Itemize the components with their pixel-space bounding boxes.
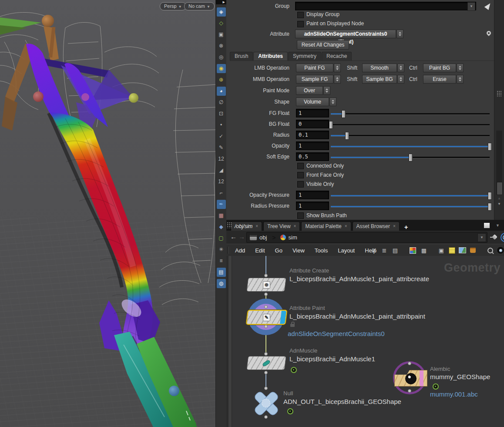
show-normals-icon[interactable]: ✓ — [217, 132, 226, 141]
close-icon[interactable]: × — [255, 222, 258, 231]
breadcrumb[interactable]: obj > sim ▼ — [246, 232, 487, 243]
scene-viewport[interactable]: Persp▼ No cam▼ — [0, 0, 215, 427]
select-arrow-icon[interactable] — [484, 2, 493, 10]
value-input[interactable]: 1 — [296, 109, 329, 118]
scroll-down-button[interactable]: ▼ — [496, 202, 502, 207]
spinner-icon[interactable] — [396, 30, 403, 38]
point-numbers-icon[interactable]: 12 — [217, 155, 226, 164]
tabbar-drag-handle[interactable] — [227, 222, 232, 228]
secure-selection-icon[interactable]: ▣ — [217, 30, 226, 39]
attribute-dropdown[interactable]: adnSlideOnSegmentConstraints0 (Float) — [295, 30, 403, 38]
value-input[interactable]: 0.1 — [296, 131, 329, 139]
value-input[interactable]: 1 — [296, 141, 329, 150]
back-button[interactable]: ← — [230, 233, 237, 240]
value-input[interactable]: 1 — [296, 191, 329, 199]
pane-expand-arrow-icon[interactable]: ▶ — [216, 0, 226, 4]
value-input[interactable]: 1 — [296, 202, 329, 210]
asset-basket-icon[interactable] — [468, 246, 477, 255]
pane-drag-handle[interactable] — [497, 91, 502, 97]
lmb-shift-dropdown[interactable]: Smooth — [362, 64, 404, 72]
lmb-operation-dropdown[interactable]: Paint FG — [296, 64, 341, 72]
node-input-dot[interactable] — [408, 362, 411, 365]
location-pin-icon[interactable] — [486, 30, 492, 36]
close-icon[interactable]: × — [294, 222, 296, 231]
isolate-objects-icon[interactable]: ⊡ — [217, 109, 226, 118]
option-checkbox[interactable] — [297, 172, 304, 178]
slider-handle[interactable] — [409, 154, 413, 161]
show-brush-path-checkbox[interactable] — [297, 212, 304, 219]
slider-track[interactable] — [331, 206, 490, 207]
perspective-view-menu[interactable]: Persp▼ — [160, 2, 186, 10]
alembic-file-link[interactable]: mummy.001.abc — [430, 390, 478, 398]
camera-select-menu[interactable]: No cam▼ — [184, 2, 215, 10]
slider-track[interactable] — [331, 124, 490, 125]
mmb-ctrl-dropdown[interactable]: Erase — [423, 75, 464, 84]
color-palette-icon[interactable] — [408, 246, 417, 255]
display-flag[interactable] — [280, 311, 286, 324]
network-editor[interactable]: Geometry ⊕ Attribute Create L_bicepsBrac… — [226, 256, 504, 427]
thumbnail-grid-icon[interactable]: ▩ — [420, 246, 428, 255]
node-name-label[interactable]: L_bicepsBrachii_AdnMuscle1_paint_attribp… — [289, 313, 425, 320]
pane-maximize-icon[interactable] — [484, 223, 490, 228]
breadcrumb-obj[interactable]: obj — [259, 234, 267, 241]
new-tab-button[interactable]: + — [403, 223, 410, 231]
pin-path-icon[interactable] — [490, 235, 497, 239]
forward-button[interactable]: → — [239, 233, 245, 240]
background-image-icon[interactable] — [458, 246, 467, 255]
ghost-other-objects-icon[interactable]: ∅ — [217, 98, 226, 107]
slider-track[interactable] — [331, 135, 490, 136]
sticky-note-icon[interactable] — [447, 246, 456, 255]
close-icon[interactable]: × — [345, 222, 347, 231]
view-camera-icon[interactable]: ◎ — [217, 53, 226, 62]
slider-track[interactable] — [331, 195, 490, 196]
attribute-link[interactable]: adnSlideOnSegmentConstraints0 — [288, 330, 385, 337]
lmb-ctrl-dropdown[interactable]: Paint BG — [423, 64, 464, 72]
time-dependent-badge[interactable] — [433, 383, 439, 390]
node-output-dot[interactable] — [264, 293, 268, 296]
visibility-eye-icon[interactable] — [496, 246, 504, 255]
location-marker-icon[interactable]: ◍ — [217, 279, 226, 288]
image-plane-icon[interactable]: ▤ — [217, 268, 226, 277]
reset-all-changes-button[interactable]: Reset All Changes — [297, 40, 349, 50]
point-markers-icon[interactable]: ◢ — [217, 166, 226, 175]
view-tool-icon[interactable]: ◈ — [217, 7, 226, 17]
scrollbar-thumb[interactable] — [497, 182, 503, 195]
paint-on-displayed-checkbox[interactable] — [297, 21, 304, 27]
shape-dropdown[interactable]: Volume — [296, 98, 336, 106]
prim-hulls-icon[interactable]: ⌐ — [217, 188, 226, 198]
node-output-dot[interactable] — [264, 371, 268, 374]
node-name-label[interactable]: L_bicepsBrachii_AdnMuscle1 — [289, 355, 375, 363]
value-input[interactable]: 0 — [296, 120, 329, 128]
add-spotlight-icon[interactable]: ⊕ — [217, 75, 226, 84]
show-handles-icon[interactable]: ◇ — [217, 19, 226, 28]
scroll-up-button[interactable]: ▲ — [496, 196, 502, 201]
node-input-dot[interactable] — [264, 352, 268, 356]
radial-menu-icon[interactable] — [501, 233, 504, 242]
node-input-dot[interactable] — [264, 387, 268, 390]
slider-handle[interactable] — [488, 192, 492, 200]
breadcrumb-sim[interactable]: sim — [289, 234, 297, 241]
list-view-icon[interactable]: ▤ — [391, 246, 400, 255]
close-icon[interactable]: × — [393, 222, 396, 231]
option-checkbox[interactable] — [297, 181, 304, 188]
pane-menu-arrow[interactable]: ▼ — [496, 223, 500, 228]
show-points-icon[interactable]: • — [217, 121, 226, 130]
time-dependent-badge[interactable] — [291, 367, 297, 373]
slider-handle[interactable] — [488, 143, 492, 151]
node-name-label[interactable]: ADN_OUT_L_bicepsBrachii_GEOShape — [283, 398, 401, 405]
slider-track[interactable] — [331, 146, 490, 147]
window-layout-icon[interactable]: ▣ — [437, 246, 446, 255]
uv-overlay-icon[interactable]: ▢ — [217, 234, 226, 243]
node-output-dot[interactable] — [408, 389, 411, 393]
node-adnmuscle[interactable] — [246, 356, 286, 370]
slider-handle[interactable] — [329, 121, 333, 129]
paint-mode-dropdown[interactable]: Over — [296, 86, 330, 95]
mmb-shift-dropdown[interactable]: Sample BG — [362, 75, 404, 84]
node-attribcreate[interactable]: ⊕ — [246, 278, 286, 292]
node-output-dot[interactable] — [264, 415, 268, 419]
headlight-only-icon[interactable]: ◉ — [217, 64, 226, 73]
network-tree-icon[interactable]: ≣ — [380, 246, 389, 255]
path-dropdown-arrow[interactable]: ▼ — [477, 233, 486, 242]
node-name-label[interactable]: mummy_GEOShape — [430, 373, 490, 380]
slider-track[interactable] — [331, 157, 490, 158]
